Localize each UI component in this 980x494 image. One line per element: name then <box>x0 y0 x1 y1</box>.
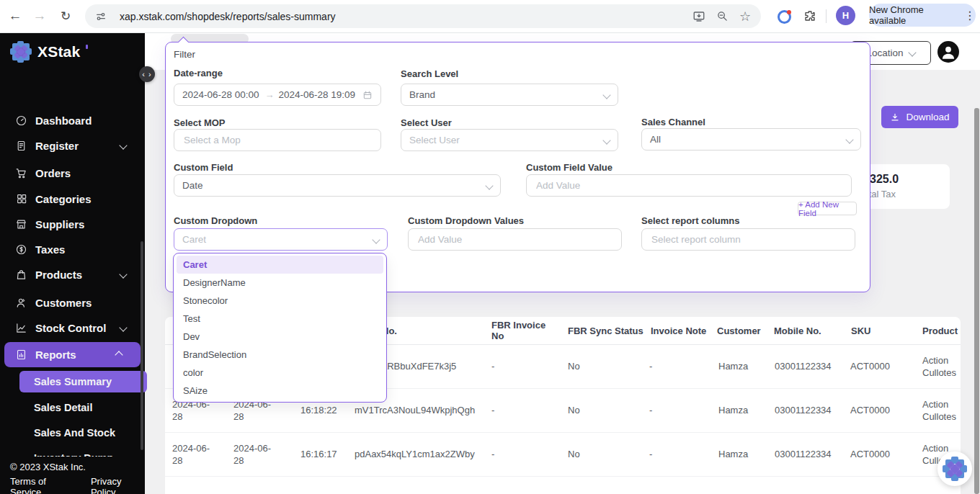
cell-fbr-invoice: - <box>491 344 561 388</box>
cell-fbr-sync: No <box>568 432 643 476</box>
extensions-puzzle-icon[interactable] <box>801 7 819 24</box>
select-mop-label: Select MOP <box>174 117 226 128</box>
add-new-field-button[interactable]: + Add New Field <box>798 202 857 215</box>
browser-profile-avatar[interactable]: H <box>836 6 855 25</box>
cell-sku: ACT0000 <box>850 432 914 476</box>
dropdown-option-designername[interactable]: DesignerName <box>177 274 383 292</box>
select-user-select[interactable]: Select User <box>401 129 618 151</box>
sidebar-item-register[interactable]: Register <box>0 133 145 158</box>
dropdown-option-color[interactable]: color <box>177 364 383 382</box>
browser-menu-icon[interactable] <box>964 9 976 22</box>
chevron-down-icon <box>372 235 380 243</box>
dropdown-option-test[interactable]: Test <box>177 310 383 328</box>
sidebar-subitem-sales-summary[interactable]: Sales Summary <box>19 371 147 392</box>
chevron-down-icon <box>908 48 916 56</box>
xstak-logo[interactable]: XStak <box>10 41 88 63</box>
zoom-out-icon[interactable] <box>713 8 731 25</box>
url-text[interactable]: xap.xstak.com/shopdesk/reports/sales-sum… <box>120 11 687 22</box>
install-app-icon[interactable] <box>690 8 708 25</box>
date-range-end[interactable]: 2024-06-28 19:09 <box>278 89 355 100</box>
cell-invoice-note: - <box>649 388 713 432</box>
custom-dropdown-values-input[interactable] <box>408 228 622 251</box>
extension-colored-icon[interactable] <box>775 8 793 25</box>
sidebar-subitem-sales-detail[interactable]: Sales Detail <box>34 397 92 418</box>
dropdown-option-dev[interactable]: Dev <box>177 328 383 346</box>
mop-field[interactable] <box>182 134 380 146</box>
terms-link[interactable]: Terms of Service <box>10 476 75 494</box>
custom-field-value-field[interactable] <box>535 179 851 192</box>
report-columns-input[interactable] <box>641 228 855 251</box>
register-icon <box>15 140 27 152</box>
bookmark-star-icon[interactable] <box>736 8 754 25</box>
sidebar-scrollbar[interactable] <box>141 241 143 450</box>
sidebar-item-stock-control[interactable]: Stock Control <box>0 315 145 340</box>
browser-reload-icon[interactable] <box>56 6 75 25</box>
table-row[interactable]: 2024-06-28 2024-06-28 16:16:17 pdAax54kq… <box>165 432 961 477</box>
cell-product: Action Cullotes <box>922 344 962 388</box>
sidebar-item-label: Products <box>35 269 82 281</box>
sidebar-subitem-sales-and-stock[interactable]: Sales And Stock <box>34 422 115 444</box>
select-user-label: Select User <box>401 117 452 128</box>
browser-forward-icon[interactable] <box>30 6 49 25</box>
sales-channel-value: All <box>650 134 847 145</box>
sidebar-item-label: Customers <box>35 297 92 309</box>
sidebar-item-label: Dashboard <box>35 114 92 127</box>
sidebar-item-dashboard[interactable]: Dashboard <box>0 108 145 133</box>
stat-value: 325.0 <box>870 173 899 186</box>
sidebar-item-products[interactable]: Products <box>0 262 145 287</box>
cell-order-id: pdAax54kqLY1cm1ax2ZWby <box>355 432 488 476</box>
report-columns-field[interactable] <box>650 233 855 246</box>
subitem-label: Sales And Stock <box>34 427 115 439</box>
custom-field-select[interactable]: Date <box>174 174 501 197</box>
user-avatar[interactable] <box>937 41 959 63</box>
cell-fbr-invoice: - <box>491 388 561 432</box>
sidebar-item-label: Categories <box>35 193 92 205</box>
select-mop-input[interactable] <box>174 129 381 151</box>
dropdown-option-stonecolor[interactable]: Stonecolor <box>177 292 383 310</box>
dropdown-option-saize[interactable]: SAize <box>177 382 383 400</box>
custom-dropdown-placeholder: Caret <box>182 234 373 245</box>
search-level-select[interactable]: Brand <box>401 84 618 106</box>
browser-back-icon[interactable] <box>6 6 24 25</box>
suppliers-icon <box>15 218 27 230</box>
page-scrollbar[interactable] <box>974 108 979 494</box>
xstak-floating-widget[interactable] <box>937 452 972 486</box>
date-range-picker[interactable]: 2024-06-28 00:00 → 2024-06-28 19:09 <box>174 84 381 106</box>
custom-field-value-input[interactable] <box>526 174 852 197</box>
dashboard-icon <box>15 114 27 127</box>
sales-channel-select[interactable]: All <box>641 128 861 151</box>
custom-field-value-label: Custom Field Value <box>526 162 612 173</box>
sidebar-item-reports[interactable]: Reports <box>4 342 141 367</box>
download-button[interactable]: Download <box>881 106 958 128</box>
download-label: Download <box>906 112 949 122</box>
sidebar-item-suppliers[interactable]: Suppliers <box>0 212 145 236</box>
sidebar-item-customers[interactable]: Customers <box>0 290 145 315</box>
custom-dropdown-label: Custom Dropdown <box>174 215 257 226</box>
chevron-down-icon <box>845 135 853 143</box>
dropdown-option-brandselection[interactable]: BrandSelection <box>177 346 383 364</box>
sidebar-item-taxes[interactable]: Taxes <box>0 237 145 261</box>
sidebar-item-orders[interactable]: Orders <box>0 161 145 185</box>
chrome-update-button[interactable]: New Chrome available <box>869 4 976 27</box>
location-label: Location <box>866 48 903 58</box>
col-invoice-note: Invoice Note <box>651 317 714 344</box>
cell-time: 16:16:17 <box>300 432 347 476</box>
custom-dropdown-combobox[interactable]: Caret <box>174 228 388 251</box>
custom-dropdown-values-field[interactable] <box>416 233 621 246</box>
site-info-icon[interactable] <box>92 8 110 25</box>
chrome-update-label: New Chrome available <box>869 4 960 26</box>
browser-toolbar: xap.xstak.com/shopdesk/reports/sales-sum… <box>0 0 980 33</box>
address-bar[interactable]: xap.xstak.com/shopdesk/reports/sales-sum… <box>85 4 761 28</box>
filter-title: Filter <box>174 49 195 60</box>
date-range-start[interactable]: 2024-06-28 00:00 <box>182 89 260 100</box>
privacy-link[interactable]: Privacy Policy <box>91 476 145 494</box>
reports-icon <box>15 349 27 361</box>
cell-date: 2024-06-28 <box>172 432 217 476</box>
sidebar-collapse-toggle[interactable] <box>139 66 155 82</box>
cell-mobile: 03001122334 <box>775 432 847 476</box>
dropdown-option-caret[interactable]: Caret <box>177 256 383 274</box>
xstak-logo-text: XStak <box>37 43 80 60</box>
sidebar-item-categories[interactable]: Categories <box>0 187 145 211</box>
categories-icon <box>15 193 27 205</box>
custom-dropdown-values-label: Custom Dropdown Values <box>408 215 524 226</box>
